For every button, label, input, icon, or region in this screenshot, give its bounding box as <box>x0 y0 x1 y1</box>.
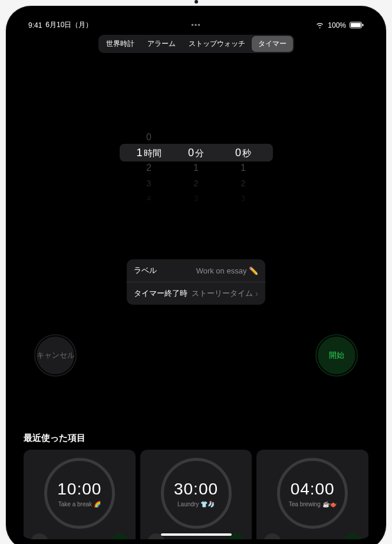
home-indicator[interactable] <box>161 533 232 536</box>
recent-play-button[interactable]: ▶ <box>344 533 361 539</box>
front-camera <box>195 0 198 4</box>
picker-seconds[interactable]: 0秒 1 2 3 <box>220 130 267 206</box>
time-picker[interactable]: 0 1時間 2 3 4 0分 1 2 3 0秒 1 2 <box>17 130 375 206</box>
status-date: 6月10日（月） <box>45 20 93 30</box>
timer-dial[interactable]: 04:00 Tea brewing ☕️🫖 <box>277 458 348 529</box>
label-field-value: Work on essay ✏️ <box>196 266 258 275</box>
label-row[interactable]: ラベル Work on essay ✏️ <box>127 259 265 282</box>
recent-label: Take a break 🌈 <box>56 501 103 507</box>
play-icon: ▶ <box>117 539 122 540</box>
picker-hours[interactable]: 0 1時間 2 3 4 <box>126 130 173 206</box>
tab-bar: 世界時計 アラーム ストップウォッチ タイマー <box>98 35 294 53</box>
recent-row: 10:00 Take a break 🌈 ✕ ▶ 30:00 Laundry 👕… <box>24 450 368 539</box>
end-sound-value: ストーリータイム <box>192 288 253 299</box>
tab-world-clock[interactable]: 世界時計 <box>100 36 141 52</box>
timer-area: 0 1時間 2 3 4 0分 1 2 3 0秒 1 2 <box>17 130 375 377</box>
end-sound-label: タイマー終了時 <box>134 288 187 299</box>
end-sound-row[interactable]: タイマー終了時 ストーリータイム › <box>127 282 265 305</box>
tab-stopwatch[interactable]: ストップウォッチ <box>182 36 252 52</box>
timer-dial[interactable]: 10:00 Take a break 🌈 <box>44 458 115 529</box>
recent-card: 10:00 Take a break 🌈 ✕ ▶ <box>24 450 136 539</box>
label-field-label: ラベル <box>134 265 157 276</box>
recent-delete-button[interactable]: ✕ <box>31 533 48 539</box>
recent-title: 最近使った項目 <box>24 433 368 444</box>
close-icon: ✕ <box>269 538 276 539</box>
recent-play-button[interactable]: ▶ <box>111 533 129 539</box>
ipad-frame: ••• 9:41 6月10日（月） 100% 世界時計 アラーム ストップウォッ… <box>6 6 386 544</box>
close-icon: ✕ <box>36 538 43 539</box>
start-button[interactable]: 開始 <box>315 334 358 377</box>
tab-alarm[interactable]: アラーム <box>141 36 182 52</box>
tab-timer[interactable]: タイマー <box>252 36 293 52</box>
screen: ••• 9:41 6月10日（月） 100% 世界時計 アラーム ストップウォッ… <box>17 17 375 539</box>
status-time: 9:41 <box>28 21 42 29</box>
svg-rect-1 <box>351 23 361 27</box>
svg-rect-2 <box>363 24 364 27</box>
recent-card: 04:00 Tea brewing ☕️🫖 ✕ ▶ <box>256 450 368 539</box>
controls-row: キャンセル 開始 <box>17 334 375 377</box>
recent-time: 30:00 <box>174 480 218 499</box>
timer-settings: ラベル Work on essay ✏️ タイマー終了時 ストーリータイム › <box>127 259 265 305</box>
recent-section: 最近使った項目 10:00 Take a break 🌈 ✕ ▶ 30:00 <box>17 433 375 539</box>
play-icon: ▶ <box>233 539 238 540</box>
chevron-right-icon: › <box>255 289 258 298</box>
play-icon: ▶ <box>350 539 355 540</box>
cancel-button[interactable]: キャンセル <box>34 334 77 377</box>
close-icon: ✕ <box>153 538 160 539</box>
recent-label: Tea brewing ☕️🫖 <box>286 501 339 507</box>
picker-minutes[interactable]: 0分 1 2 3 <box>173 130 220 206</box>
recent-time: 04:00 <box>291 480 335 499</box>
recent-time: 10:00 <box>57 480 101 499</box>
recent-delete-button[interactable]: ✕ <box>263 533 281 539</box>
wifi-icon <box>315 22 324 28</box>
multitask-dots[interactable]: ••• <box>191 21 201 29</box>
battery-icon <box>350 22 364 28</box>
recent-card: 30:00 Laundry 👕🧦 ✕ ▶ <box>140 450 252 539</box>
timer-dial[interactable]: 30:00 Laundry 👕🧦 <box>161 458 232 529</box>
battery-percent: 100% <box>328 21 346 29</box>
recent-label: Laundry 👕🧦 <box>175 501 217 507</box>
